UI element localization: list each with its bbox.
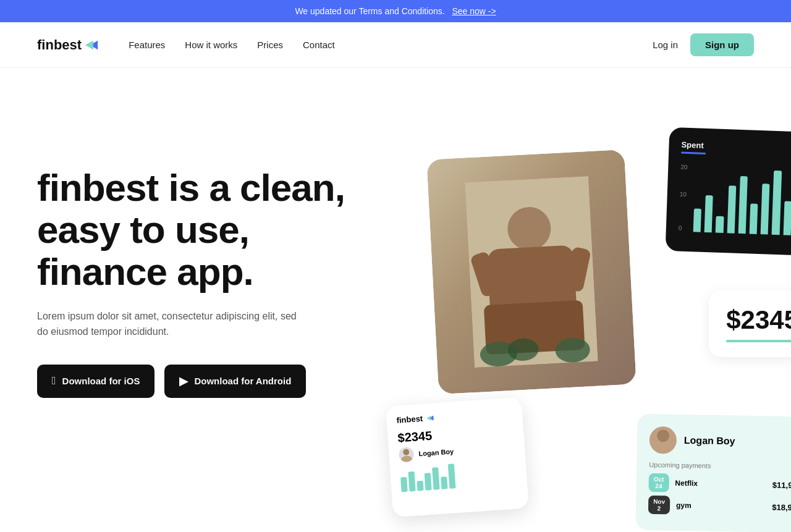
big-amount-value: $2345 — [726, 305, 791, 335]
profile-top: Logan Boy — [649, 426, 791, 456]
app-avatar — [399, 447, 415, 463]
avatar-svg — [399, 447, 415, 463]
y-label-10: 10 — [680, 191, 687, 198]
photo-card — [426, 150, 636, 394]
y-label-20: 20 — [680, 164, 688, 171]
navbar: finbest Features How it works Prices Con… — [0, 22, 791, 68]
big-amount-bar — [726, 340, 791, 342]
hero-buttons:  Download for iOS ▶ Download for Androi… — [37, 365, 371, 398]
chart-bar-2 — [704, 195, 713, 232]
payment-name-2: gym — [676, 501, 772, 512]
payment-day-2: 2 — [653, 505, 665, 512]
login-button[interactable]: Log in — [653, 40, 678, 50]
hero-subtext: Lorem ipsum dolor sit amet, consectetur … — [37, 308, 297, 340]
payment-amount-1: $11,99 — [772, 480, 791, 490]
logo-icon — [85, 38, 99, 52]
chart-bar-7 — [761, 184, 770, 235]
chart-bar-9 — [783, 201, 791, 235]
banner-link[interactable]: See now -> — [452, 6, 496, 16]
svg-marker-1 — [85, 40, 93, 49]
payment-date-2: Nov 2 — [648, 496, 670, 515]
payment-row-2: Nov 2 gym $18,99 — [648, 496, 791, 517]
mini-bar-6 — [441, 476, 447, 489]
chart-bar-4 — [727, 185, 736, 233]
mini-chart — [400, 459, 517, 492]
person-svg — [465, 176, 598, 368]
profile-avatar — [649, 426, 677, 454]
app-logo-icon — [426, 414, 434, 422]
chart-bar-8 — [772, 170, 782, 235]
payment-month-2: Nov — [653, 498, 665, 505]
payment-day-1: 24 — [654, 483, 664, 489]
mini-bar-2 — [408, 471, 415, 492]
nav-contact[interactable]: Contact — [303, 40, 335, 50]
y-label-0: 0 — [679, 224, 682, 231]
payment-date-1: Oct 24 — [648, 473, 669, 492]
svg-marker-12 — [426, 415, 431, 420]
mini-bar-1 — [400, 477, 408, 492]
nav-features[interactable]: Features — [129, 40, 165, 50]
nav-links: Features How it works Prices Contact — [129, 40, 335, 51]
profile-card: Logan Boy Upcoming payments Oct 24 Netfl… — [635, 414, 791, 532]
mini-bar-4 — [425, 473, 432, 491]
mini-bar-3 — [417, 481, 424, 491]
app-logo-row: finbest — [396, 408, 513, 425]
nav-left: finbest Features How it works Prices Con… — [37, 37, 335, 53]
chart-bar-6 — [750, 203, 758, 234]
ios-download-button[interactable]:  Download for iOS — [37, 365, 154, 398]
hero-section: finbest is a clean, easy to use, finance… — [0, 68, 791, 532]
svg-point-15 — [657, 429, 669, 442]
chart-underline — [681, 152, 706, 154]
android-button-label: Download for Android — [194, 376, 291, 386]
svg-point-14 — [401, 455, 413, 462]
nav-right: Log in Sign up — [653, 33, 754, 56]
banner-text: We updated our Terms and Conditions. — [295, 6, 444, 16]
svg-point-16 — [651, 444, 674, 454]
payment-month-1: Oct — [654, 476, 664, 483]
profile-name: Logan Boy — [684, 435, 735, 447]
svg-point-13 — [403, 449, 410, 455]
app-user-name: Logan Boy — [418, 447, 454, 457]
chart-bar-5 — [738, 175, 747, 234]
mini-bar-7 — [448, 463, 456, 489]
payment-name-1: Netflix — [675, 479, 772, 489]
nav-how-it-works[interactable]: How it works — [185, 40, 237, 50]
chart-bar-3 — [716, 216, 724, 233]
chart-title: Spent — [681, 140, 791, 154]
person-photo — [426, 150, 636, 394]
big-amount-card: $2345 — [709, 290, 791, 357]
hero-visual: Spent 20 10 0 finbest — [371, 117, 791, 532]
hero-text-block: finbest is a clean, easy to use, finance… — [37, 117, 371, 398]
mini-bar-5 — [432, 467, 439, 490]
upcoming-label: Upcoming payments — [649, 461, 791, 471]
profile-avatar-svg — [649, 426, 677, 454]
payment-row-1: Oct 24 Netflix $11,99 — [648, 473, 791, 494]
signup-button[interactable]: Sign up — [690, 33, 754, 56]
payment-amount-2: $18,99 — [772, 502, 791, 512]
apple-icon:  — [52, 374, 56, 387]
announcement-banner: We updated our Terms and Conditions. See… — [0, 0, 791, 22]
android-icon: ▶ — [179, 374, 188, 388]
android-download-button[interactable]: ▶ Download for Android — [164, 365, 306, 398]
logo[interactable]: finbest — [37, 37, 99, 53]
chart-bar-1 — [693, 208, 702, 232]
logo-text: finbest — [37, 37, 82, 53]
nav-prices[interactable]: Prices — [257, 40, 283, 50]
app-mockup-card: finbest $2345 Logan Boy — [386, 397, 529, 518]
hero-heading: finbest is a clean, easy to use, finance… — [37, 167, 371, 293]
chart-card: Spent 20 10 0 — [666, 127, 791, 256]
app-logo-text: finbest — [396, 414, 423, 425]
ios-button-label: Download for iOS — [62, 376, 140, 386]
